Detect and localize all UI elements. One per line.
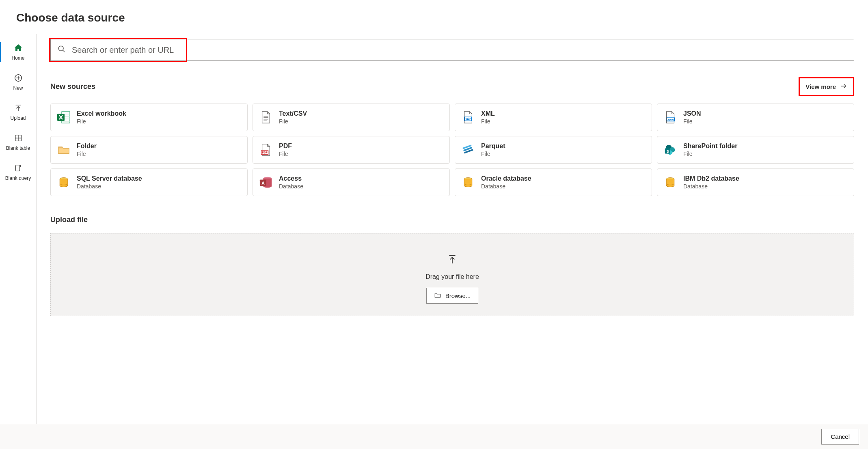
card-title: Oracle database [481, 175, 531, 182]
new-sources-grid: Excel workbook File Text/CSV File XM [50, 104, 854, 196]
db-yellow-icon [56, 175, 71, 190]
card-title: Access [279, 175, 303, 182]
card-subtitle: Database [481, 183, 531, 190]
card-title: SQL Server database [77, 175, 142, 182]
card-title: Excel workbook [77, 110, 126, 117]
card-subtitle: File [683, 151, 737, 157]
sidebar-item-label: Blank query [5, 175, 31, 181]
json-icon: JSON [663, 110, 678, 125]
script-icon [13, 163, 23, 173]
card-title: PDF [279, 142, 292, 150]
svg-point-2 [58, 46, 63, 51]
sharepoint-icon: S [663, 142, 678, 157]
sidebar-item-blank-table[interactable]: Blank table [0, 129, 36, 157]
card-subtitle: File [279, 118, 307, 125]
xml-icon [461, 110, 475, 125]
card-oracle[interactable]: Oracle database Database [455, 168, 652, 196]
card-pdf[interactable]: PDF PDF File [253, 136, 450, 164]
text-file-icon [259, 110, 273, 125]
card-subtitle: File [481, 151, 505, 157]
view-more-button[interactable]: View more [799, 77, 854, 96]
card-subtitle: Database [77, 183, 142, 190]
sidebar-item-label: Home [11, 55, 24, 61]
sidebar-item-label: Upload [10, 115, 26, 121]
dropzone-text: Drag your file here [425, 273, 479, 281]
db-yellow-icon [461, 175, 475, 190]
folder-icon [56, 142, 71, 157]
card-title: XML [481, 110, 495, 117]
card-excel-workbook[interactable]: Excel workbook File [50, 104, 248, 131]
card-subtitle: Database [279, 183, 303, 190]
folder-open-icon [434, 291, 441, 300]
card-xml[interactable]: XML File [455, 104, 652, 131]
sidebar-item-home[interactable]: Home [0, 39, 36, 67]
search-icon [57, 45, 66, 55]
card-subtitle: File [279, 151, 292, 157]
upload-arrow-icon [447, 254, 458, 266]
home-icon [13, 43, 23, 53]
arrow-right-icon [840, 82, 847, 91]
card-folder[interactable]: Folder File [50, 136, 248, 164]
card-title: IBM Db2 database [683, 175, 739, 182]
card-title: SharePoint folder [683, 142, 737, 150]
card-sql-server[interactable]: SQL Server database Database [50, 168, 248, 196]
card-subtitle: File [77, 118, 126, 125]
plus-circle-icon [13, 73, 23, 83]
grid-icon [13, 133, 23, 143]
sidebar-item-label: New [13, 85, 23, 91]
search-bar[interactable] [50, 39, 854, 61]
sidebar-item-new[interactable]: New [0, 69, 36, 97]
main: New sources View more Excel workbook Fil… [37, 34, 868, 449]
svg-text:PDF: PDF [262, 151, 268, 154]
db-yellow-icon [663, 175, 678, 190]
svg-text:A: A [261, 181, 265, 186]
page-title: Choose data source [0, 0, 868, 34]
card-subtitle: File [683, 118, 701, 125]
browse-label: Browse... [445, 292, 471, 299]
sidebar-item-label: Blank table [6, 145, 30, 151]
card-title: Parquet [481, 142, 505, 150]
view-more-label: View more [805, 83, 836, 90]
search-input[interactable] [72, 45, 847, 55]
card-subtitle: File [481, 118, 495, 125]
card-db2[interactable]: IBM Db2 database Database [657, 168, 854, 196]
card-title: Folder [77, 142, 97, 150]
svg-text:S: S [667, 149, 669, 153]
new-sources-heading: New sources [50, 82, 95, 91]
card-sharepoint-folder[interactable]: S SharePoint folder File [657, 136, 854, 164]
card-parquet[interactable]: Parquet File [455, 136, 652, 164]
browse-button[interactable]: Browse... [426, 288, 479, 304]
sidebar-item-blank-query[interactable]: Blank query [0, 159, 36, 187]
card-access[interactable]: A Access Database [253, 168, 450, 196]
sidebar: Home New Upload Blank table Blank query [0, 34, 37, 449]
cancel-button[interactable]: Cancel [821, 429, 859, 445]
upload-arrow-icon [13, 103, 23, 113]
excel-icon [56, 110, 71, 125]
sidebar-item-upload[interactable]: Upload [0, 99, 36, 127]
footer: Cancel [0, 424, 868, 449]
card-title: JSON [683, 110, 701, 117]
upload-heading: Upload file [50, 216, 854, 224]
card-title: Text/CSV [279, 110, 307, 117]
access-icon: A [259, 175, 273, 190]
card-json[interactable]: JSON JSON File [657, 104, 854, 131]
card-subtitle: Database [683, 183, 739, 190]
pdf-icon: PDF [259, 142, 273, 157]
card-subtitle: File [77, 151, 97, 157]
svg-text:JSON: JSON [667, 119, 674, 121]
card-text-csv[interactable]: Text/CSV File [253, 104, 450, 131]
upload-dropzone[interactable]: Drag your file here Browse... [50, 233, 854, 316]
parquet-icon [461, 142, 475, 157]
